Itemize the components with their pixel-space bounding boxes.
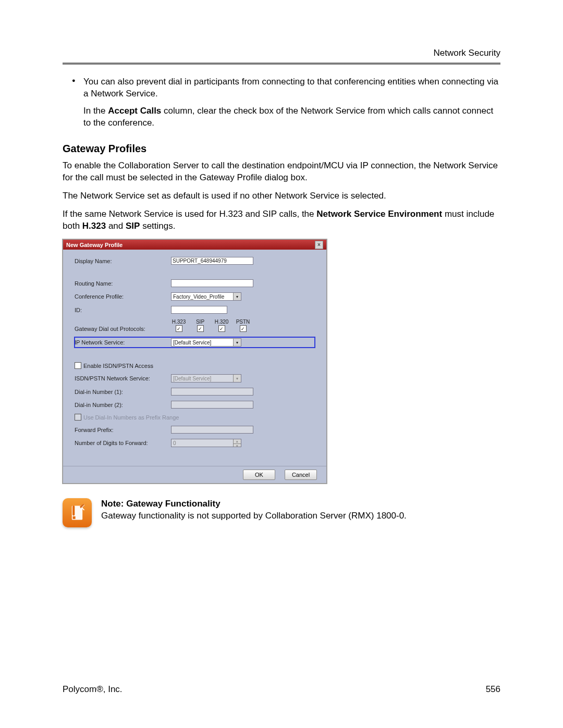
checkbox-h320[interactable]: ✓ bbox=[218, 325, 225, 332]
footer-page-number: 556 bbox=[486, 684, 500, 695]
txt: In the bbox=[83, 106, 108, 116]
label-isdn-network-service: ISDN/PSTN Network Service: bbox=[75, 375, 171, 381]
note-icon bbox=[63, 498, 92, 527]
checkbox-h323[interactable]: ✓ bbox=[176, 325, 182, 332]
note-title: Note: Gateway Functionality bbox=[101, 498, 500, 510]
cancel-button[interactable]: Cancel bbox=[285, 470, 317, 480]
txt: and bbox=[106, 221, 126, 231]
label-forward-prefix: Forward Prefix: bbox=[75, 427, 171, 433]
spinner-buttons: ▴▾ bbox=[233, 439, 241, 447]
bullet-1-continuation: In the Accept Calls column, clear the ch… bbox=[83, 105, 500, 129]
para-3: If the same Network Service is used for … bbox=[63, 208, 500, 232]
checkbox-sip[interactable]: ✓ bbox=[197, 325, 204, 332]
label-dialin-2: Dial-in Number (2): bbox=[75, 402, 171, 408]
page-header-section: Network Security bbox=[434, 48, 500, 58]
label-id: ID: bbox=[75, 307, 171, 313]
label-ip-network-service: IP Network Service: bbox=[75, 339, 171, 346]
input-display-name[interactable]: SUPPORT_648944979 bbox=[171, 257, 253, 265]
select-conference-profile[interactable]: Factory_Video_Profile ▾ bbox=[171, 292, 241, 301]
label-routing-name: Routing Name: bbox=[75, 280, 171, 287]
dialog-new-gateway-profile: New Gateway Profile × Display Name: SUPP… bbox=[63, 239, 327, 484]
txt-bold: Accept Calls bbox=[108, 106, 161, 116]
txt: settings. bbox=[140, 221, 175, 231]
para-2: The Network Service set as default is us… bbox=[63, 190, 500, 202]
input-forward-prefix bbox=[171, 426, 253, 434]
chevron-down-icon: ▾ bbox=[233, 339, 241, 346]
txt-bold: SIP bbox=[126, 221, 140, 231]
para-1: To enable the Collaboration Server to ca… bbox=[63, 160, 500, 184]
svg-rect-1 bbox=[73, 516, 76, 519]
txt-bold: Network Service Environment bbox=[316, 209, 442, 219]
input-routing-name[interactable] bbox=[171, 279, 253, 287]
label-display-name: Display Name: bbox=[75, 258, 171, 264]
input-id[interactable] bbox=[171, 306, 227, 314]
input-dialin-1 bbox=[171, 388, 253, 396]
select-ip-network-service[interactable]: [Default Service] ▾ bbox=[171, 338, 241, 347]
proto-col-pstn: PSTN bbox=[235, 319, 251, 325]
dialog-titlebar[interactable]: New Gateway Profile × bbox=[63, 240, 326, 250]
label-conference-profile: Conference Profile: bbox=[75, 293, 171, 300]
bullet-1-text: You can also prevent dial in participant… bbox=[83, 76, 500, 100]
chevron-down-icon: ▾ bbox=[233, 375, 241, 382]
select-value: Factory_Video_Profile bbox=[173, 294, 224, 300]
checkbox-enable-isdn[interactable] bbox=[75, 362, 81, 369]
label-enable-isdn: Enable ISDN/PSTN Access bbox=[83, 363, 153, 369]
select-isdn-network-service: [Default Service] ▾ bbox=[171, 374, 241, 382]
proto-col-sip: SIP bbox=[192, 319, 208, 325]
proto-col-h323: H.323 bbox=[171, 319, 187, 325]
heading-gateway-profiles: Gateway Profiles bbox=[63, 143, 500, 155]
spinner-digits-forward: 0 ▴▾ bbox=[171, 439, 241, 447]
close-icon[interactable]: × bbox=[315, 241, 323, 249]
chevron-down-icon: ▾ bbox=[233, 293, 241, 300]
ok-button[interactable]: OK bbox=[243, 470, 275, 480]
label-dialin-1: Dial-in Number (1): bbox=[75, 389, 171, 395]
dialog-title-text: New Gateway Profile bbox=[66, 242, 123, 248]
label-digits-forward: Number of Digits to Forward: bbox=[75, 440, 171, 446]
input-dialin-2 bbox=[171, 401, 253, 409]
footer-company: Polycom®, Inc. bbox=[63, 684, 123, 695]
checkbox-use-prefix-range bbox=[75, 414, 81, 421]
txt: If the same Network Service is used for … bbox=[63, 209, 316, 219]
select-value: [Default Service] bbox=[173, 340, 211, 346]
label-use-prefix-range: Use Dial-In Numbers as Prefix Range bbox=[83, 414, 179, 421]
header-divider bbox=[63, 63, 500, 65]
note-body-text: Gateway functionality is not supported b… bbox=[101, 510, 500, 522]
spinner-value: 0 bbox=[173, 440, 176, 446]
checkbox-pstn[interactable]: ✓ bbox=[240, 325, 247, 332]
proto-col-h320: H.320 bbox=[214, 319, 229, 325]
select-value: [Default Service] bbox=[173, 376, 211, 381]
label-gateway-dialout-protocols: Gateway Dial out Protocols: bbox=[75, 326, 171, 332]
txt-bold: H.323 bbox=[82, 221, 106, 231]
